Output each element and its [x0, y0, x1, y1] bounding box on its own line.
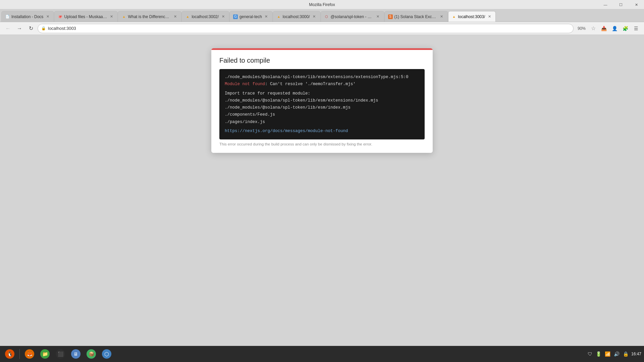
error-title: Failed to compile — [219, 57, 425, 64]
tab-label-tab4: localhost:3002/ — [192, 14, 219, 19]
lock-taskbar-icon: 🔒 — [623, 351, 629, 357]
maximize-button[interactable]: ☐ — [613, 0, 629, 9]
tab-favicon-tab9: ▲ — [452, 14, 457, 19]
tab-favicon-tab1: 📄 — [5, 14, 10, 19]
taskbar-system-icons: 🛡 🔋 📶 🔊 🔒 — [588, 351, 629, 357]
lock-icon: 🔒 — [41, 26, 46, 31]
titlebar-title: Mozilla Firefox — [309, 2, 335, 7]
back-button[interactable]: ← — [3, 24, 13, 33]
tab-favicon-tab4: ▲ — [185, 14, 190, 19]
tabbar: 📄Installation - Docs✕🐙Upload files - Mus… — [0, 9, 644, 22]
files-icon: 📁 — [40, 349, 50, 359]
tab-close-tab5[interactable]: ✕ — [264, 14, 269, 19]
code-line-7: ./pages/index.js — [225, 119, 419, 126]
nav-extras: 📥 👤 🧩 ☰ — [599, 24, 641, 33]
error-link[interactable]: https://nextjs.org/docs/messages/module-… — [225, 129, 348, 133]
zoom-level: 90% — [576, 26, 588, 31]
code-line-3: Import trace for requested module: — [225, 90, 419, 97]
address-bar[interactable]: 🔒 localhost:3003 — [38, 24, 574, 33]
tab-label-tab5: general-tech — [239, 14, 262, 19]
tab-label-tab1: Installation - Docs — [11, 14, 43, 19]
tab-close-tab2[interactable]: ✕ — [109, 14, 114, 19]
code-line-8: https://nextjs.org/docs/messages/module-… — [225, 128, 419, 135]
titlebar-controls: — ☐ ✕ — [598, 0, 644, 9]
volume-icon: 🔊 — [614, 351, 620, 357]
tab-tab7[interactable]: ⬡@solana/spl-token - npm x✕ — [321, 11, 384, 22]
tab-tab5[interactable]: Ggeneral-tech✕ — [229, 11, 273, 22]
taskbar-ubuntu[interactable]: 🐧 — [3, 347, 17, 361]
close-button[interactable]: ✕ — [629, 0, 644, 9]
taskbar-vscode[interactable]: ⬡ — [100, 347, 114, 361]
tab-close-tab3[interactable]: ✕ — [172, 14, 178, 19]
clock-time: 16:47 — [631, 351, 641, 357]
browser-content: Failed to compile ./node_modules/@solana… — [0, 35, 644, 346]
code-line-1: ./node_modules/@solana/spl-token/lib/esm… — [225, 74, 419, 81]
tab-tab9[interactable]: ▲localhost:3003/✕ — [448, 11, 496, 22]
taskbar-terminal[interactable]: ⬛ — [53, 347, 67, 361]
tab-favicon-tab3: ▲ — [121, 14, 126, 19]
tab-label-tab7: @solana/spl-token - npm x — [331, 14, 374, 19]
tab-favicon-tab8: S — [388, 14, 393, 19]
taskbar-green[interactable]: 📦 — [84, 347, 98, 361]
code-error-msg: : Can't resolve './memoTransfer.mjs' — [265, 82, 356, 86]
tab-tab4[interactable]: ▲localhost:3002/✕ — [181, 11, 229, 22]
extension-button[interactable]: 🧩 — [621, 24, 630, 33]
tab-favicon-tab5: G — [233, 14, 238, 19]
tab-tab6[interactable]: ▲localhost:3000/✕ — [273, 11, 321, 22]
shield-icon: 🛡 — [588, 351, 592, 357]
profile-button[interactable]: 👤 — [610, 24, 619, 33]
taskbar-right: 🛡 🔋 📶 🔊 🔒 16:47 — [588, 351, 641, 357]
tab-label-tab8: (1) Solana Stack Exchan... — [394, 14, 437, 19]
forward-button[interactable]: → — [15, 24, 24, 33]
error-footer: This error occurred during the build pro… — [219, 139, 425, 147]
tab-favicon-tab2: 🐙 — [58, 14, 62, 19]
error-body: Failed to compile ./node_modules/@solana… — [211, 50, 433, 153]
code-line-6: ./components/Feed.js — [225, 111, 419, 118]
taskbar-vm[interactable]: 🖥 — [69, 347, 83, 361]
greenapp-icon: 📦 — [87, 349, 96, 359]
tab-label-tab9: localhost:3003/ — [458, 14, 485, 19]
terminal-icon: ⬛ — [56, 349, 65, 359]
tab-favicon-tab7: ⬡ — [324, 14, 329, 19]
tab-close-tab8[interactable]: ✕ — [439, 14, 444, 19]
error-code-block: ./node_modules/@solana/spl-token/lib/esm… — [219, 69, 425, 139]
tab-label-tab3: What is the Difference B... — [128, 14, 171, 19]
code-line-5: ./node_modules/@solana/spl-token/lib/esm… — [225, 104, 419, 111]
tab-close-tab1[interactable]: ✕ — [45, 14, 50, 19]
pocket-button[interactable]: 📥 — [599, 24, 608, 33]
code-line-2: Module not found: Can't resolve './memoT… — [225, 81, 419, 88]
menu-button[interactable]: ☰ — [631, 24, 641, 33]
titlebar: Mozilla Firefox — ☐ ✕ — [0, 0, 644, 9]
tab-close-tab6[interactable]: ✕ — [312, 14, 317, 19]
taskbar-clock: 16:47 — [631, 351, 641, 357]
code-error-keyword: Module not found — [225, 82, 265, 86]
tab-tab1[interactable]: 📄Installation - Docs✕ — [1, 11, 54, 22]
tab-close-tab4[interactable]: ✕ — [220, 14, 226, 19]
tab-tab2[interactable]: 🐙Upload files - MuskaanM...✕ — [54, 11, 118, 22]
code-line-4: ./node_modules/@solana/spl-token/lib/esm… — [225, 97, 419, 104]
vm-icon: 🖥 — [71, 349, 80, 359]
taskbar: 🐧 🦊 📁 ⬛ 🖥 📦 ⬡ 🛡 🔋 📶 🔊 🔒 16:47 — [0, 346, 644, 362]
error-card: Failed to compile ./node_modules/@solana… — [211, 48, 433, 153]
taskbar-divider-1 — [19, 349, 20, 359]
taskbar-files[interactable]: 📁 — [38, 347, 52, 361]
taskbar-firefox[interactable]: 🦊 — [22, 347, 37, 361]
tab-favicon-tab6: ▲ — [276, 14, 281, 19]
tab-label-tab2: Upload files - MuskaanM... — [64, 14, 107, 19]
tab-label-tab6: localhost:3000/ — [283, 14, 310, 19]
navbar: ← → ↻ 🔒 localhost:3003 90% ☆ 📥 👤 🧩 ☰ — [0, 22, 644, 35]
minimize-button[interactable]: — — [598, 0, 613, 9]
reload-button[interactable]: ↻ — [26, 24, 36, 33]
tab-tab3[interactable]: ▲What is the Difference B...✕ — [118, 11, 181, 22]
firefox-icon: 🦊 — [25, 349, 34, 359]
battery-icon: 🔋 — [596, 351, 601, 357]
bookmark-button[interactable]: ☆ — [590, 24, 597, 33]
tab-tab8[interactable]: S(1) Solana Stack Exchan...✕ — [384, 11, 448, 22]
tab-close-tab9[interactable]: ✕ — [487, 14, 492, 19]
network-icon: 📶 — [605, 351, 610, 357]
tab-close-tab7[interactable]: ✕ — [375, 14, 381, 19]
ubuntu-icon: 🐧 — [5, 349, 14, 359]
vscode-icon: ⬡ — [102, 349, 111, 359]
url-text: localhost:3003 — [48, 26, 76, 31]
